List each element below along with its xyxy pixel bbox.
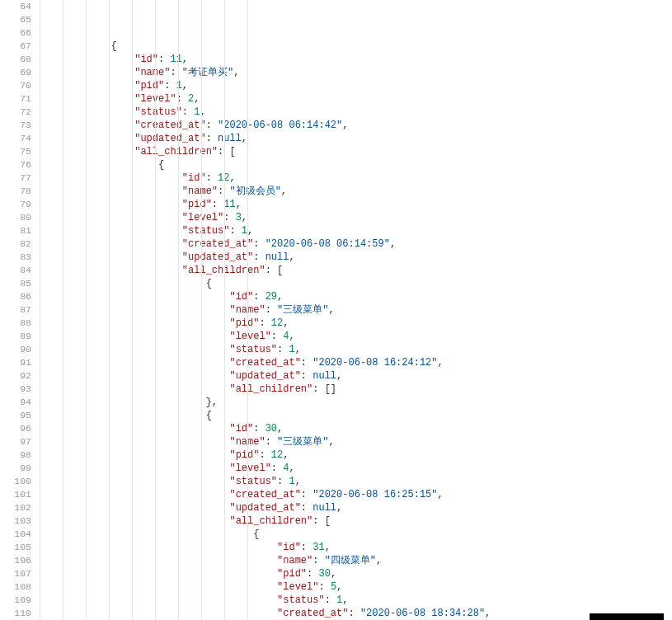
code-line: "level": 4, [36,462,672,475]
code-line: }, [36,396,672,409]
line-number: 98 [0,449,31,462]
line-number: 96 [0,422,31,435]
line-number: 91 [0,356,31,369]
code-line: "pid": 30, [36,567,672,580]
code-line: "level": 3, [36,211,672,224]
code-line: "id": 29, [36,290,672,303]
line-number: 70 [0,79,31,92]
line-number: 88 [0,317,31,330]
line-number: 103 [0,514,31,528]
line-number: 80 [0,211,31,224]
line-number: 108 [0,580,31,594]
line-number: 75 [0,145,31,158]
code-line: "status": 1, [36,343,672,356]
code-line: "updated_at": null, [36,501,672,514]
code-line: "level": 2, [36,92,672,106]
code-line: "all_children": [] [36,383,672,396]
code-line: "status": 1, [36,475,672,488]
code-area: { "id": 11, "name": "考证单买", "pid": 1, "l… [36,0,672,620]
code-line: "pid": 12, [36,449,672,462]
line-number: 94 [0,396,31,409]
code-line: "all_children": [ [36,145,672,158]
code-line: { [36,40,672,53]
line-number: 78 [0,185,31,198]
line-number: 71 [0,92,31,106]
code-line: "updated_at": null, [36,132,672,145]
code-line: "name": "三级菜单", [36,303,672,317]
code-line: "status": 1, [36,106,672,119]
line-number: 105 [0,541,31,554]
code-line: "level": 4, [36,330,672,343]
line-number: 84 [0,264,31,277]
line-number: 90 [0,343,31,356]
code-line: "updated_at": null, [36,251,672,264]
line-number: 102 [0,501,31,514]
code-line: { [36,277,672,290]
code-line: "level": 5, [36,580,672,594]
line-number: 72 [0,106,31,119]
code-line: "status": 1, [36,224,672,237]
code-line: "pid": 11, [36,198,672,211]
line-number-gutter: 6465666768697071727374757677787980818283… [0,0,36,620]
line-number: 81 [0,224,31,237]
code-line: { [36,409,672,422]
line-number: 110 [0,607,31,620]
code-line: "name": "考证单买", [36,66,672,79]
code-line: "name": "四级菜单", [36,554,672,567]
code-line: "pid": 1, [36,79,672,92]
code-line: "updated_at": null, [36,369,672,383]
line-number: 93 [0,383,31,396]
code-line: "id": 12, [36,171,672,185]
code-line: "all_children": [ [36,264,672,277]
line-number: 64 [0,0,31,13]
line-number: 67 [0,40,31,53]
line-number: 101 [0,488,31,501]
line-number: 99 [0,462,31,475]
line-number: 92 [0,369,31,383]
line-number: 83 [0,251,31,264]
code-line: "created_at": "2020-06-08 16:24:12", [36,356,672,369]
line-number: 95 [0,409,31,422]
code-line: "created_at": "2020-06-08 16:25:15", [36,488,672,501]
code-line: "id": 30, [36,422,672,435]
line-number: 104 [0,528,31,541]
code-line: "status": 1, [36,594,672,607]
line-number: 76 [0,158,31,171]
code-line: "name": "三级菜单", [36,435,672,449]
line-number: 107 [0,567,31,580]
code-line: "created_at": "2020-06-08 18:34:28", [36,607,672,620]
code-editor: 6465666768697071727374757677787980818283… [0,0,672,620]
line-number: 85 [0,277,31,290]
line-number: 69 [0,66,31,79]
code-line: { [36,528,672,541]
code-line: "name": "初级会员", [36,185,672,198]
line-number: 73 [0,119,31,132]
line-number: 87 [0,303,31,317]
line-number: 82 [0,237,31,251]
redaction-bar [590,613,664,620]
code-line: "id": 11, [36,53,672,66]
line-number: 79 [0,198,31,211]
line-number: 77 [0,171,31,185]
line-number: 100 [0,475,31,488]
line-number: 74 [0,132,31,145]
code-line: { [36,158,672,171]
code-line: "id": 31, [36,541,672,554]
line-number: 65 [0,13,31,26]
code-line: "created_at": "2020-06-08 06:14:59", [36,237,672,251]
line-number: 106 [0,554,31,567]
line-number: 109 [0,594,31,607]
code-line: "all_children": [ [36,514,672,528]
line-number: 66 [0,26,31,40]
code-line: "pid": 12, [36,317,672,330]
code-line: "created_at": "2020-06-08 06:14:42", [36,119,672,132]
line-number: 68 [0,53,31,66]
line-number: 89 [0,330,31,343]
line-number: 86 [0,290,31,303]
line-number: 97 [0,435,31,449]
